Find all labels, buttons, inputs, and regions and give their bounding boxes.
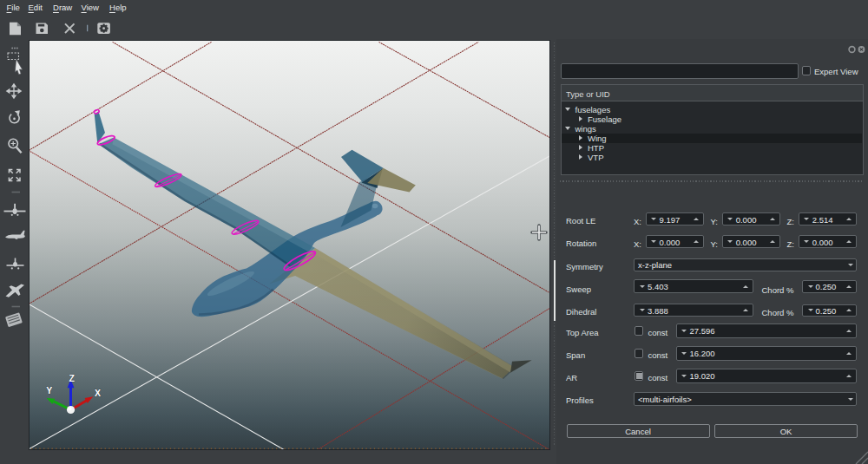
svg-text:X: X (95, 388, 101, 398)
svg-text:Z: Z (69, 373, 76, 383)
svg-text:Y: Y (46, 385, 52, 395)
